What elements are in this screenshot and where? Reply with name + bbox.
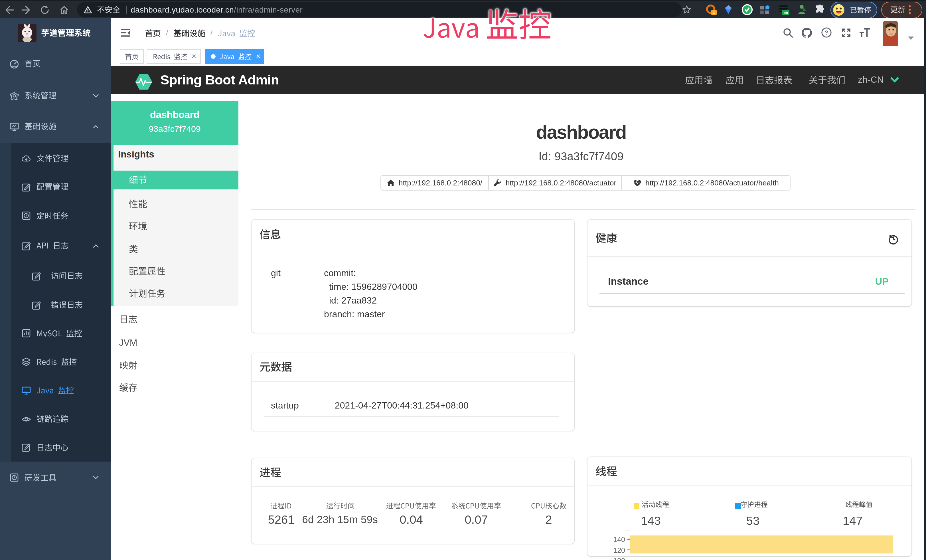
svg-text:?: ? <box>825 29 828 36</box>
svg-text:on: on <box>784 10 788 15</box>
svg-text:1: 1 <box>713 10 715 15</box>
